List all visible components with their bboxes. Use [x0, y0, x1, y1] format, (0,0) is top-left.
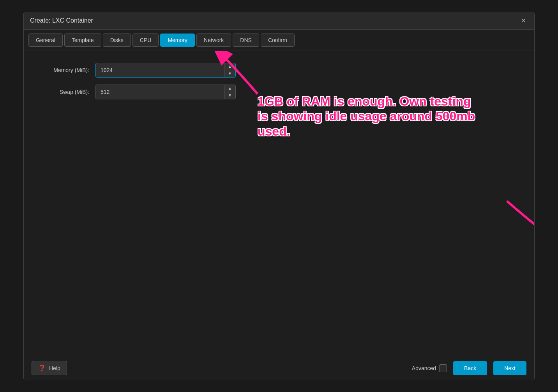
help-button[interactable]: ❓ Help — [32, 361, 67, 375]
swap-input[interactable] — [96, 86, 224, 98]
swap-label: Swap (MiB): — [33, 89, 95, 95]
swap-increment[interactable]: ▲ — [224, 85, 235, 92]
advanced-toggle[interactable] — [439, 364, 447, 372]
back-button[interactable]: Back — [453, 361, 487, 375]
swap-decrement[interactable]: ▼ — [224, 92, 235, 99]
advanced-label: Advanced — [412, 365, 436, 371]
swap-row: Swap (MiB): ▲ ▼ — [33, 85, 525, 99]
memory-input[interactable] — [96, 64, 224, 76]
annotation-text: 1GB of RAM is enough. Own testing is sho… — [258, 94, 484, 139]
memory-spinner: ▲ ▼ — [224, 63, 235, 77]
arrow-down-icon — [499, 197, 534, 275]
advanced-toggle-container: Advanced — [412, 364, 447, 372]
memory-input-container: ▲ ▼ — [95, 63, 236, 78]
memory-increment[interactable]: ▲ — [224, 63, 235, 70]
tab-template[interactable]: Template — [64, 34, 101, 47]
swap-spinner: ▲ ▼ — [224, 85, 235, 99]
annotation-container: 1GB of RAM is enough. Own testing is sho… — [258, 71, 484, 139]
tab-disks[interactable]: Disks — [103, 34, 131, 47]
tab-network[interactable]: Network — [196, 34, 231, 47]
dialog-title: Create: LXC Container — [30, 17, 93, 24]
memory-row: Memory (MiB): ▲ ▼ — [33, 63, 525, 78]
tab-confirm[interactable]: Confirm — [261, 34, 295, 47]
tab-memory[interactable]: Memory — [160, 34, 195, 47]
bottom-right-actions: Advanced Back Next — [412, 361, 526, 375]
next-button[interactable]: Next — [493, 361, 526, 375]
close-button[interactable]: ✕ — [519, 16, 528, 25]
bottom-bar: ❓ Help Advanced Back Next — [24, 356, 534, 380]
tabs-bar: General Template Disks CPU Memory Networ… — [24, 30, 534, 51]
content-area: Memory (MiB): ▲ ▼ Swap (MiB): ▲ ▼ — [24, 51, 534, 356]
memory-label: Memory (MiB): — [33, 67, 95, 73]
memory-decrement[interactable]: ▼ — [224, 70, 235, 77]
help-icon: ❓ — [38, 364, 46, 372]
tab-general[interactable]: General — [28, 34, 63, 47]
titlebar: Create: LXC Container ✕ — [24, 12, 534, 30]
help-label: Help — [49, 365, 60, 371]
tab-cpu[interactable]: CPU — [132, 34, 159, 47]
tab-dns[interactable]: DNS — [233, 34, 259, 47]
swap-input-container: ▲ ▼ — [95, 85, 236, 99]
create-lxc-dialog: Create: LXC Container ✕ General Template… — [23, 12, 535, 380]
